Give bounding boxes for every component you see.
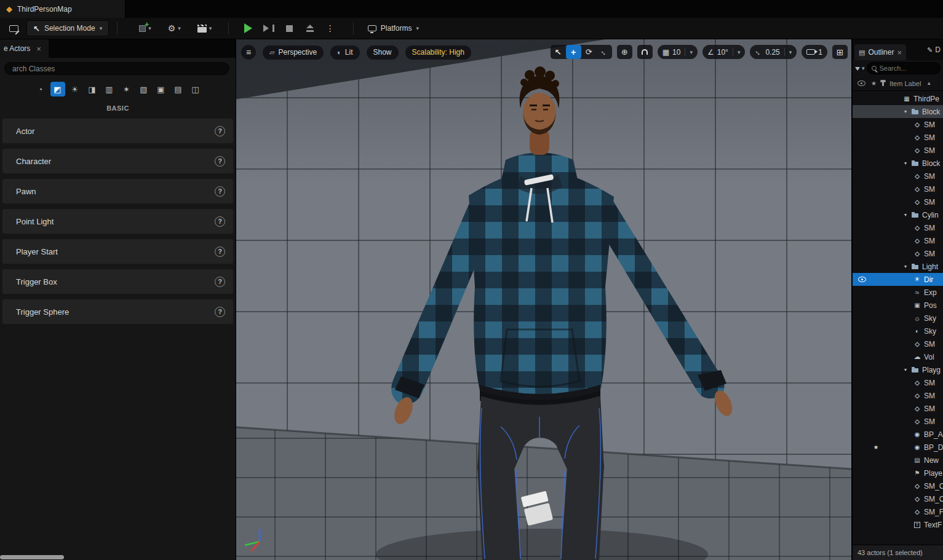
outliner-tab[interactable]: Outliner: [854, 44, 906, 60]
help-icon[interactable]: ?: [215, 126, 225, 136]
favorite-star-icon[interactable]: [870, 444, 882, 451]
visibility-column-eye-icon[interactable]: [857, 81, 865, 86]
place-actors-tab[interactable]: e Actors: [0, 39, 49, 58]
all-classes-icon[interactable]: ▤: [171, 82, 186, 97]
help-icon[interactable]: ?: [215, 277, 225, 287]
horizontal-scrollbar[interactable]: [0, 555, 64, 559]
details-tab[interactable]: D: [927, 45, 941, 54]
maximize-viewport-button[interactable]: [832, 45, 848, 59]
visibility-eye-icon[interactable]: [854, 277, 870, 282]
outliner-row[interactable]: SM: [853, 247, 943, 260]
outliner-row[interactable]: Dir: [853, 273, 943, 286]
outliner-row[interactable]: Vol: [853, 350, 943, 363]
help-icon[interactable]: ?: [215, 246, 225, 257]
platforms-dropdown[interactable]: Platforms: [362, 20, 425, 36]
expand-arrow-icon[interactable]: [904, 109, 911, 114]
recently-placed-icon[interactable]: ◔: [33, 82, 48, 97]
surface-snap-button[interactable]: [637, 45, 653, 59]
level-viewport[interactable]: Perspective Lit Show Scalability: High: [236, 39, 851, 560]
outliner-row[interactable]: SM: [853, 221, 943, 234]
cinematics-dropdown[interactable]: [195, 20, 215, 36]
outliner-row[interactable]: Exp: [853, 286, 943, 299]
move-tool-button[interactable]: [566, 45, 581, 59]
cinematic-icon[interactable]: ▥: [102, 82, 117, 97]
outliner-row[interactable]: Playe: [853, 467, 943, 479]
outliner-row[interactable]: Cylin: [853, 208, 943, 221]
outliner-row[interactable]: SM: [853, 337, 943, 350]
sort-arrow-icon[interactable]: ▲: [926, 81, 931, 86]
volumes-icon[interactable]: ▣: [154, 82, 169, 97]
help-icon[interactable]: ?: [215, 216, 225, 227]
viewport-options-menu[interactable]: [241, 45, 256, 60]
character-model[interactable]: [236, 39, 851, 560]
outliner-row[interactable]: ThirdPe: [853, 92, 943, 105]
lights-icon[interactable]: ☀: [68, 82, 82, 97]
world-space-button[interactable]: [617, 45, 632, 59]
place-actor-item[interactable]: Trigger Sphere ?: [2, 299, 234, 325]
close-icon[interactable]: [36, 44, 41, 53]
item-label-column-header[interactable]: Item Label: [889, 80, 921, 87]
outliner-row[interactable]: SM: [853, 183, 943, 195]
place-actor-item[interactable]: Pawn ?: [2, 178, 234, 204]
more-classes-icon[interactable]: ◫: [188, 82, 203, 97]
pin-column-icon[interactable]: [882, 81, 884, 86]
outliner-row[interactable]: SM: [853, 118, 943, 131]
frame-skip-button[interactable]: [261, 20, 277, 36]
place-actor-item[interactable]: Actor ?: [2, 118, 234, 144]
outliner-row[interactable]: SM: [853, 389, 943, 402]
help-icon[interactable]: ?: [215, 156, 225, 167]
outliner-row[interactable]: SM: [853, 376, 943, 389]
visual-effects-icon[interactable]: ✶: [119, 82, 134, 97]
close-icon[interactable]: [897, 48, 902, 57]
stop-button[interactable]: [282, 20, 297, 36]
outliner-row[interactable]: SM_C: [853, 479, 943, 492]
scale-snap-control[interactable]: 0.25: [750, 45, 797, 59]
outliner-row[interactable]: SM_F: [853, 505, 943, 518]
outliner-row[interactable]: Playg: [853, 363, 943, 376]
play-button[interactable]: [241, 20, 255, 36]
help-icon[interactable]: ?: [215, 186, 225, 197]
expand-arrow-icon[interactable]: [904, 367, 911, 373]
search-classes-input[interactable]: [4, 62, 229, 75]
play-options-kebab[interactable]: [323, 20, 338, 36]
select-tool-button[interactable]: [551, 45, 566, 59]
outliner-row[interactable]: SM: [853, 195, 943, 208]
editor-modes-button[interactable]: [6, 20, 21, 36]
outliner-row[interactable]: SM: [853, 402, 943, 415]
grid-snap-control[interactable]: 10: [658, 45, 698, 59]
outliner-row[interactable]: Block: [853, 105, 943, 118]
outliner-row[interactable]: TextF: [853, 518, 943, 531]
outliner-row[interactable]: SM: [853, 234, 943, 247]
outliner-row[interactable]: Light: [853, 260, 943, 273]
outliner-row[interactable]: BP_A: [853, 428, 943, 441]
scalability-button[interactable]: Scalability: High: [405, 45, 471, 60]
expand-arrow-icon[interactable]: [904, 212, 911, 218]
show-dropdown[interactable]: Show: [367, 45, 399, 60]
outliner-row[interactable]: Sky: [853, 312, 943, 325]
outliner-row[interactable]: SM: [853, 170, 943, 183]
view-mode-dropdown[interactable]: Lit: [330, 45, 359, 60]
outliner-row[interactable]: BP_D: [853, 441, 943, 454]
outliner-row[interactable]: SM: [853, 415, 943, 428]
expand-arrow-icon[interactable]: [904, 264, 911, 269]
place-actor-item[interactable]: Character ?: [2, 148, 234, 174]
outliner-row[interactable]: Sky: [853, 325, 943, 337]
camera-speed-control[interactable]: 1: [802, 45, 827, 59]
level-tab[interactable]: ThirdPersonMap: [0, 0, 125, 18]
place-actor-item[interactable]: Point Light ?: [2, 208, 234, 234]
outliner-row[interactable]: SM: [853, 131, 943, 144]
perspective-dropdown[interactable]: Perspective: [263, 45, 324, 60]
outliner-row[interactable]: Block: [853, 157, 943, 170]
basic-icon[interactable]: ◩: [50, 82, 65, 97]
shapes-icon[interactable]: ◨: [85, 82, 100, 97]
geometry-icon[interactable]: ▧: [137, 82, 151, 97]
outliner-search-input[interactable]: Search...: [867, 62, 941, 74]
rotation-snap-control[interactable]: 10°: [702, 45, 745, 59]
expand-arrow-icon[interactable]: [904, 160, 911, 166]
add-actor-dropdown[interactable]: [137, 20, 154, 36]
help-icon[interactable]: ?: [215, 307, 225, 317]
eject-button[interactable]: [303, 20, 317, 36]
place-actor-item[interactable]: Trigger Box ?: [2, 269, 234, 294]
outliner-row[interactable]: SM: [853, 144, 943, 157]
outliner-row[interactable]: New: [853, 454, 943, 467]
